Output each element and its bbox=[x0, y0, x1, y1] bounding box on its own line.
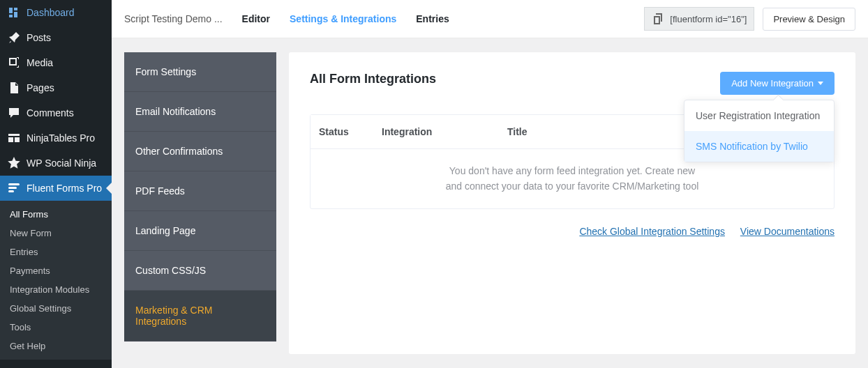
empty-line1: You don't have any form feed integration… bbox=[449, 165, 695, 176]
bottom-links: Check Global Integration Settings View D… bbox=[310, 226, 835, 237]
menu-label: Media bbox=[27, 57, 53, 68]
menu-label: NinjaTables Pro bbox=[27, 132, 95, 144]
submenu-new-form[interactable]: New Form bbox=[0, 224, 112, 243]
chevron-down-icon bbox=[818, 82, 823, 85]
add-integration-button[interactable]: Add New Integration bbox=[720, 72, 835, 95]
settings-sidebar: Form Settings Email Notifications Other … bbox=[124, 52, 276, 342]
dashboard-icon bbox=[7, 6, 21, 20]
submenu-global-settings[interactable]: Global Settings bbox=[0, 299, 112, 318]
svg-rect-2 bbox=[8, 190, 14, 192]
topbar-left: Script Testing Demo ... Editor Settings … bbox=[124, 13, 449, 24]
menu-fluentforms[interactable]: Fluent Forms Pro bbox=[0, 176, 112, 201]
menu-posts[interactable]: Posts bbox=[0, 25, 112, 50]
ninjatables-icon bbox=[7, 131, 21, 145]
submenu-integration-modules[interactable]: Integration Modules bbox=[0, 280, 112, 299]
comment-icon bbox=[7, 106, 21, 120]
menu-label: Comments bbox=[27, 107, 74, 118]
menu-media[interactable]: Media bbox=[0, 50, 112, 75]
media-icon bbox=[7, 56, 21, 70]
tab-entries[interactable]: Entries bbox=[416, 13, 449, 24]
shortcode-text: [fluentform id="16"] bbox=[670, 14, 747, 24]
menu-ninjatables[interactable]: NinjaTables Pro bbox=[0, 125, 112, 151]
settings-item-pdf-feeds[interactable]: PDF Feeds bbox=[124, 171, 276, 211]
add-integration-label: Add New Integration bbox=[731, 78, 814, 89]
menu-label: Posts bbox=[27, 32, 51, 43]
star-icon bbox=[7, 156, 21, 170]
integrations-panel: All Form Integrations Add New Integratio… bbox=[289, 52, 855, 354]
link-global-settings[interactable]: Check Global Integration Settings bbox=[579, 226, 725, 237]
fluentforms-icon bbox=[7, 181, 21, 195]
link-documentations[interactable]: View Documentations bbox=[740, 226, 835, 237]
integration-dropdown: User Registration Integration SMS Notifi… bbox=[684, 100, 835, 162]
settings-item-form-settings[interactable]: Form Settings bbox=[124, 52, 276, 92]
th-integration: Integration bbox=[373, 115, 499, 148]
dropdown-item-sms-twilio[interactable]: SMS Notification by Twilio bbox=[684, 131, 834, 162]
pages-icon bbox=[7, 81, 21, 95]
menu-dashboard[interactable]: Dashboard bbox=[0, 0, 112, 25]
menu-label: Pages bbox=[27, 82, 54, 93]
form-title: Script Testing Demo ... bbox=[124, 13, 223, 24]
tab-editor[interactable]: Editor bbox=[242, 13, 270, 24]
submenu-payments[interactable]: Payments bbox=[0, 261, 112, 280]
shortcode-box[interactable]: [fluentform id="16"] bbox=[644, 7, 754, 31]
settings-item-other-confirmations[interactable]: Other Confirmations bbox=[124, 132, 276, 171]
submenu-tools[interactable]: Tools bbox=[0, 318, 112, 337]
topbar-right: [fluentform id="16"] Preview & Design bbox=[644, 7, 855, 31]
wp-admin-sidebar: Dashboard Posts Media Pages Comments Nin… bbox=[0, 0, 112, 368]
settings-item-landing-page[interactable]: Landing Page bbox=[124, 211, 276, 251]
copy-icon bbox=[652, 12, 666, 26]
th-status: Status bbox=[310, 115, 373, 148]
settings-item-email-notifications[interactable]: Email Notifications bbox=[124, 92, 276, 132]
menu-comments[interactable]: Comments bbox=[0, 100, 112, 125]
tab-settings[interactable]: Settings & Integrations bbox=[290, 13, 396, 24]
panel-title: All Form Integrations bbox=[310, 72, 436, 86]
wp-submenu: All Forms New Form Entries Payments Inte… bbox=[0, 201, 112, 360]
menu-label: Dashboard bbox=[27, 7, 75, 18]
settings-item-custom-css-js[interactable]: Custom CSS/JS bbox=[124, 251, 276, 291]
menu-wpsocialninja[interactable]: WP Social Ninja bbox=[0, 151, 112, 176]
pin-icon bbox=[7, 31, 21, 45]
main-area: Script Testing Demo ... Editor Settings … bbox=[112, 0, 868, 368]
submenu-all-forms[interactable]: All Forms bbox=[0, 205, 112, 224]
menu-pages[interactable]: Pages bbox=[0, 75, 112, 100]
svg-rect-1 bbox=[8, 187, 17, 189]
topbar: Script Testing Demo ... Editor Settings … bbox=[112, 0, 868, 38]
dropdown-item-user-registration[interactable]: User Registration Integration bbox=[684, 100, 834, 131]
menu-label: Fluent Forms Pro bbox=[27, 183, 102, 194]
menu-label: WP Social Ninja bbox=[27, 158, 96, 169]
svg-rect-0 bbox=[8, 183, 20, 185]
preview-design-button[interactable]: Preview & Design bbox=[763, 8, 855, 31]
empty-line2: and connect your data to your favorite C… bbox=[446, 181, 699, 192]
submenu-entries[interactable]: Entries bbox=[0, 243, 112, 261]
content-row: Form Settings Email Notifications Other … bbox=[112, 38, 868, 368]
settings-item-marketing-crm[interactable]: Marketing & CRM Integrations bbox=[124, 291, 276, 342]
submenu-get-help[interactable]: Get Help bbox=[0, 337, 112, 355]
panel-header: All Form Integrations Add New Integratio… bbox=[310, 72, 835, 95]
